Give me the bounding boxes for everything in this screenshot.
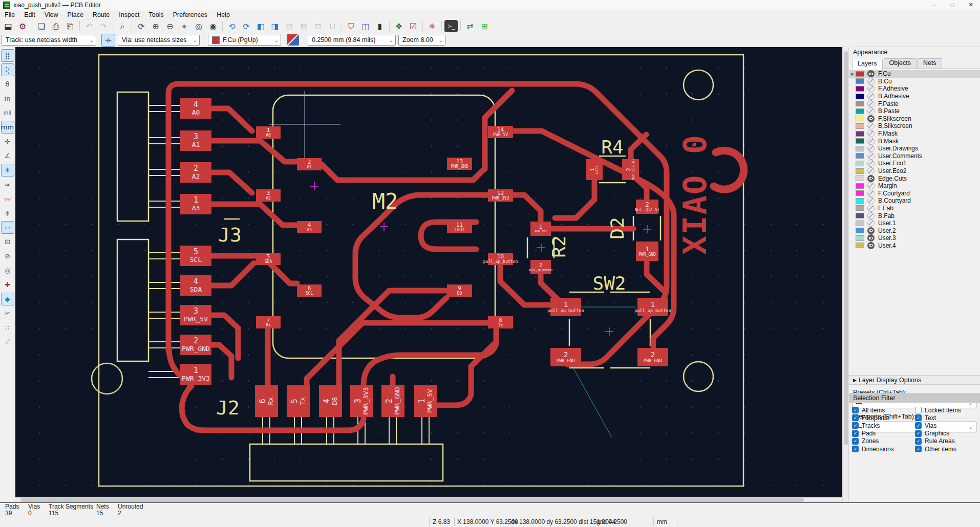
clearance-outline-button[interactable]: ◎ (1, 264, 14, 277)
layer-color-swatch[interactable] (856, 131, 864, 137)
eye-visible-icon[interactable] (867, 175, 875, 182)
checkbox[interactable]: ✓ (915, 422, 922, 429)
layer-color-swatch[interactable] (856, 190, 864, 196)
checkbox[interactable]: ✓ (852, 446, 859, 452)
filter-pads[interactable]: ✓Pads (852, 430, 915, 437)
layer-row-f-mask[interactable]: F.Mask (849, 130, 980, 138)
menu-place[interactable]: Place (63, 10, 88, 19)
layer-color-swatch[interactable] (856, 183, 864, 189)
zones-outline-button[interactable]: ▱ (1, 221, 14, 234)
footprint-browser-button[interactable]: ◫ (359, 20, 372, 32)
pad-3-a1[interactable]: 3A1 (180, 130, 211, 151)
layer-row-f-paste[interactable]: F.Paste (849, 100, 980, 107)
layer-color-swatch[interactable] (856, 153, 864, 159)
rotate-ccw-button[interactable]: ⟲ (225, 20, 239, 32)
menu-edit[interactable]: Edit (19, 10, 40, 19)
layer-row-b-paste[interactable]: B.Paste (849, 107, 980, 115)
layer-color-swatch[interactable] (856, 161, 864, 166)
pad-2-a1[interactable]: 2A1 (297, 158, 322, 170)
board-setup-button[interactable]: ⚙ (16, 20, 29, 32)
eye-hidden-icon[interactable] (867, 152, 875, 160)
pad-1-pwr_3v3[interactable]: 1PWR_3V3 (180, 364, 211, 385)
pad-4-a3[interactable]: 4A3 (297, 221, 322, 233)
pad-1-a3[interactable]: 1A3 (180, 194, 211, 214)
eye-visible-icon[interactable] (867, 242, 875, 249)
pad-6-rx[interactable]: 6Rx (255, 385, 278, 417)
pad-9-d8[interactable]: 9D8 (447, 284, 472, 297)
layer-color-swatch[interactable] (856, 213, 864, 218)
layer-row-user-4[interactable]: User.4 (849, 242, 980, 250)
group-button[interactable]: ⊡ (283, 20, 296, 32)
eye-hidden-icon[interactable] (867, 197, 875, 204)
filter-tracks[interactable]: ✓Tracks (852, 422, 915, 429)
layer-row-f-cu[interactable]: ▶F.Cu (849, 70, 980, 78)
pad-4-d8[interactable]: 4D8 (319, 385, 342, 417)
eye-hidden-icon[interactable] (867, 138, 875, 145)
menu-file[interactable]: File (0, 10, 19, 19)
zoom-selection-button[interactable]: ◉ (206, 20, 220, 32)
checkbox[interactable]: ✓ (852, 438, 859, 445)
layer-color-swatch[interactable] (856, 198, 864, 204)
zoom-in-button[interactable]: ⊕ (149, 20, 162, 32)
footprints-sketch-button[interactable]: ⊘ (1, 250, 14, 262)
update-from-schematic-button[interactable]: ⇄ (463, 20, 477, 32)
menu-preferences[interactable]: Preferences (168, 10, 212, 19)
pad-7-rx[interactable]: 7Rx (256, 316, 281, 328)
ungroup-button[interactable]: ⊟ (297, 20, 310, 32)
units-inches-button[interactable]: in (1, 92, 14, 105)
save-button[interactable]: ⬓ (2, 20, 15, 32)
pad-2-pwr_gnd[interactable]: 2PWR_GND (381, 385, 404, 417)
eye-hidden-icon[interactable] (867, 130, 875, 137)
layer-color-swatch[interactable] (856, 123, 864, 129)
refresh-button[interactable]: ⟳ (135, 20, 148, 32)
pad-2-net-(d2-a)[interactable]: 2Net-(D2-A) (622, 159, 639, 180)
zoom-combo[interactable]: Zoom 8.00⌄ (398, 35, 445, 46)
layer-color-swatch[interactable] (856, 221, 864, 226)
layer-pair-button[interactable]: ⊞ (478, 20, 491, 32)
zone-unfill-button[interactable]: ✂ (1, 307, 14, 320)
pad-1-pwr_gnd[interactable]: 1PWR_GND (636, 241, 658, 261)
layer-row-user-comments[interactable]: User.Comments (849, 152, 980, 160)
layer-color-swatch[interactable] (856, 168, 864, 174)
eye-hidden-icon[interactable] (867, 85, 875, 92)
layer-row-b-adhesive[interactable]: B.Adhesive (849, 93, 980, 100)
pad-2-pull_up_button[interactable]: 2pull_up_button (530, 260, 551, 274)
layer-row-margin[interactable]: Margin (849, 182, 980, 190)
select-area-button[interactable]: ⊡ (1, 235, 14, 248)
print-button[interactable]: ⎙ (49, 20, 62, 32)
layer-row-user-eco1[interactable]: User.Eco1 (849, 160, 980, 167)
pad-10-pull_up_button[interactable]: 10pull_up_button (488, 253, 513, 265)
pad-1-pull_up_button[interactable]: 1pull_up_button (637, 298, 668, 316)
polar-coords-button[interactable]: θ (1, 78, 14, 91)
undo-button[interactable]: ↶ (82, 20, 96, 32)
horizontal-scrollbar[interactable] (15, 497, 842, 502)
pad-1-led2[interactable]: 1LED2 (586, 159, 603, 180)
checkbox[interactable]: ✓ (852, 414, 859, 421)
menu-view[interactable]: View (40, 10, 63, 19)
pad-4-sda[interactable]: 4SDA (180, 275, 211, 296)
layer-color-swatch[interactable] (856, 116, 864, 121)
pad-13-pwr_gnd[interactable]: 13PWR_GND (447, 158, 472, 170)
layer-color-swatch[interactable] (856, 78, 864, 84)
filter-vias[interactable]: ✓Vias (915, 422, 978, 429)
filter-rule-areas[interactable]: ✓Rule Areas (915, 437, 978, 445)
pad-3-pwr_5v[interactable]: 3PWR_5V (180, 305, 211, 325)
checkbox[interactable]: ✓ (852, 422, 859, 429)
pad-1-a0[interactable]: 1A0 (256, 126, 281, 139)
eye-hidden-icon[interactable] (867, 167, 875, 174)
pad-5-scl[interactable]: 5SCL (180, 246, 211, 266)
layer-row-user-eco2[interactable]: User.Eco2 (849, 167, 980, 175)
eye-hidden-icon[interactable] (867, 122, 875, 129)
layer-color-swatch[interactable] (856, 94, 864, 99)
pad-3-a2[interactable]: 3A2 (256, 189, 281, 202)
filter-all-items[interactable]: ✓All items (852, 407, 915, 414)
tracks-sketch-button[interactable]: 〰 (1, 192, 14, 205)
layer-color-swatch[interactable] (856, 175, 864, 181)
zone-fill-button[interactable]: ◆ (1, 293, 14, 305)
vias-sketch-button[interactable]: ✚ (1, 278, 14, 291)
layer-color-swatch[interactable] (856, 86, 864, 92)
layer-color-swatch[interactable] (856, 138, 864, 144)
layer-row-user-1[interactable]: User.1 (849, 219, 980, 227)
pad-2-pwr_gnd[interactable]: 2PWR_GND (550, 348, 581, 366)
pad-2-a2[interactable]: 2A2 (180, 162, 211, 183)
